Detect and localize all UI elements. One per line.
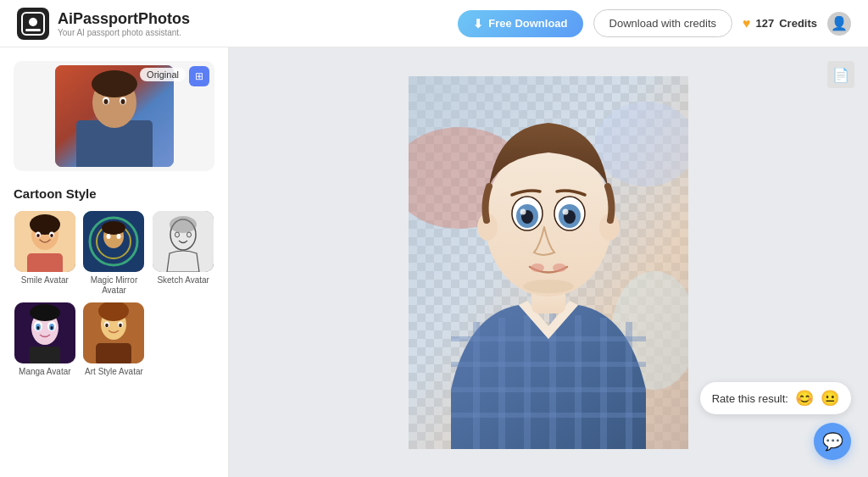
bottom-right-actions: Rate this result: 😊 😐 💬 bbox=[700, 382, 851, 460]
style-label-manga: Manga Avatar bbox=[19, 367, 71, 377]
top-right-area: 📄 bbox=[827, 61, 854, 88]
style-thumb-manga bbox=[14, 302, 75, 363]
logo-icon bbox=[17, 8, 49, 40]
style-grid-row1: Smile Avatar Magic Mirror Avatar bbox=[14, 211, 214, 296]
file-icon-symbol: 📄 bbox=[832, 67, 849, 83]
style-thumb-sketch bbox=[153, 211, 214, 272]
credits-download-label: Download with credits bbox=[609, 17, 716, 30]
style-item-art[interactable]: Art Style Avatar bbox=[83, 302, 146, 377]
compare-icon: ⊞ bbox=[195, 70, 203, 82]
credits-download-button[interactable]: Download with credits bbox=[593, 9, 732, 37]
credits-count: 127 bbox=[756, 17, 775, 30]
style-item-magic[interactable]: Magic Mirror Avatar bbox=[83, 211, 146, 296]
app-header: AiPassportPhotos Your AI passport photo … bbox=[0, 0, 868, 47]
svg-point-18 bbox=[36, 234, 40, 237]
style-label-art: Art Style Avatar bbox=[85, 367, 143, 377]
original-image-container: Original ⊞ bbox=[14, 61, 214, 171]
header-actions: ⬇ Free Download Download with credits ♥ … bbox=[458, 9, 851, 37]
svg-point-80 bbox=[531, 263, 544, 272]
svg-point-12 bbox=[120, 99, 125, 104]
portrait-svg bbox=[409, 76, 688, 449]
logo-subtitle: Your AI passport photo assistant. bbox=[58, 28, 190, 37]
svg-point-48 bbox=[106, 324, 109, 327]
svg-point-30 bbox=[170, 216, 197, 233]
svg-point-81 bbox=[553, 263, 566, 272]
svg-rect-42 bbox=[30, 347, 60, 363]
rate-result-box: Rate this result: 😊 😐 bbox=[700, 382, 851, 414]
svg-point-25 bbox=[102, 221, 125, 235]
svg-point-11 bbox=[103, 99, 108, 104]
svg-point-15 bbox=[30, 214, 60, 235]
svg-point-82 bbox=[523, 280, 574, 293]
free-download-button[interactable]: ⬇ Free Download bbox=[458, 10, 582, 37]
svg-point-35 bbox=[30, 304, 60, 321]
svg-point-49 bbox=[120, 324, 123, 327]
cartoon-style-title: Cartoon Style bbox=[14, 186, 214, 201]
image-display: AI-Photo AI-Photo AI-Photo AI-Photo AI-P… bbox=[409, 76, 688, 449]
credits-text: Credits bbox=[779, 17, 817, 30]
svg-point-41 bbox=[50, 326, 53, 330]
svg-point-40 bbox=[36, 326, 39, 330]
neutral-emoji-button[interactable]: 😐 bbox=[821, 389, 839, 408]
style-thumb-art bbox=[83, 302, 144, 363]
sidebar: Original ⊞ Cartoon Style bbox=[0, 47, 229, 477]
happy-emoji-button[interactable]: 😊 bbox=[795, 389, 814, 408]
style-thumb-magic bbox=[83, 211, 144, 272]
user-icon: 👤 bbox=[831, 15, 848, 31]
svg-point-8 bbox=[92, 70, 137, 97]
credits-badge: ♥ 127 Credits bbox=[743, 16, 817, 31]
file-icon: 📄 bbox=[827, 61, 854, 88]
style-grid-row2: Manga Avatar Art Sty bbox=[14, 302, 214, 377]
svg-point-27 bbox=[117, 234, 121, 239]
svg-rect-20 bbox=[27, 253, 63, 272]
style-item-sketch[interactable]: Sketch Avatar bbox=[152, 211, 214, 296]
chat-icon: 💬 bbox=[822, 431, 843, 452]
rate-result-label: Rate this result: bbox=[712, 392, 788, 405]
style-thumb-smile bbox=[14, 211, 75, 272]
style-label-sketch: Sketch Avatar bbox=[157, 275, 209, 286]
chat-button[interactable]: 💬 bbox=[814, 423, 851, 460]
svg-point-19 bbox=[50, 234, 53, 237]
content-area: 📄 bbox=[229, 47, 868, 477]
svg-point-76 bbox=[520, 208, 526, 214]
compare-icon-button[interactable]: ⊞ bbox=[189, 66, 209, 86]
user-avatar[interactable]: 👤 bbox=[827, 12, 851, 36]
logo-area: AiPassportPhotos Your AI passport photo … bbox=[17, 8, 190, 40]
heart-icon: ♥ bbox=[743, 16, 751, 31]
style-item-smile[interactable]: Smile Avatar bbox=[14, 211, 76, 296]
svg-rect-3 bbox=[25, 29, 41, 31]
download-icon: ⬇ bbox=[473, 17, 483, 31]
original-badge: Original bbox=[140, 68, 186, 81]
style-item-manga[interactable]: Manga Avatar bbox=[14, 302, 76, 377]
style-label-magic: Magic Mirror Avatar bbox=[83, 275, 146, 296]
logo-title: AiPassportPhotos bbox=[58, 10, 190, 28]
svg-point-2 bbox=[29, 18, 37, 26]
svg-point-26 bbox=[107, 234, 111, 239]
style-label-smile: Smile Avatar bbox=[21, 275, 69, 286]
svg-point-77 bbox=[563, 208, 569, 214]
main-layout: Original ⊞ Cartoon Style bbox=[0, 47, 868, 477]
svg-rect-50 bbox=[96, 343, 131, 363]
free-download-label: Free Download bbox=[488, 17, 567, 30]
cartoon-portrait bbox=[409, 76, 688, 449]
logo-text: AiPassportPhotos Your AI passport photo … bbox=[58, 10, 190, 37]
